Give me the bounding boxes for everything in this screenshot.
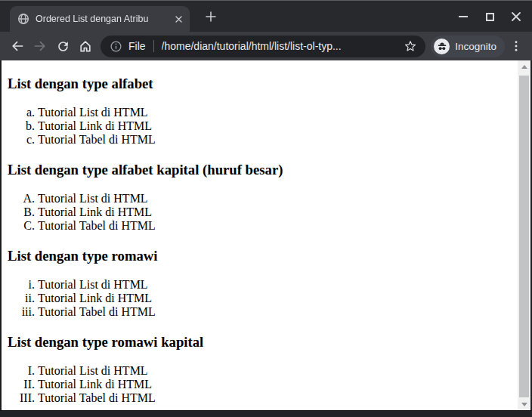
content-area: List dengan type alfabet Tutorial List d… xyxy=(0,60,532,410)
url-scheme-label: File xyxy=(128,40,146,52)
globe-icon xyxy=(17,13,29,25)
forward-button[interactable] xyxy=(29,36,51,57)
list-item: Tutorial List di HTML xyxy=(38,364,512,378)
browser-tab[interactable]: Ordered List dengan Atribu xyxy=(10,6,190,32)
menu-button[interactable] xyxy=(506,36,526,57)
list-item: Tutorial List di HTML xyxy=(38,192,512,205)
incognito-label: Incognito xyxy=(455,41,496,52)
home-icon xyxy=(78,39,93,54)
window-bottom-frame xyxy=(0,410,532,417)
back-button[interactable] xyxy=(6,36,29,57)
web-page: List dengan type alfabet Tutorial List d… xyxy=(2,60,518,410)
list-item: Tutorial Tabel di HTML xyxy=(38,305,512,319)
home-button[interactable] xyxy=(74,36,97,57)
ordered-list-upper-alpha: Tutorial List di HTML Tutorial Link di H… xyxy=(8,192,512,233)
list-item: Tutorial Tabel di HTML xyxy=(38,219,512,233)
scroll-down-button[interactable] xyxy=(518,398,530,410)
ordered-list-upper-roman: Tutorial List di HTML Tutorial Link di H… xyxy=(8,364,512,405)
list-item: Tutorial Link di HTML xyxy=(38,119,512,133)
bookmark-star-icon[interactable] xyxy=(402,38,419,54)
maximize-icon xyxy=(486,13,494,21)
three-dots-vertical-icon xyxy=(509,39,523,53)
scrollbar[interactable] xyxy=(518,60,530,410)
section-heading: List dengan type romawi kapital xyxy=(8,334,512,351)
forward-arrow-icon xyxy=(32,39,48,54)
incognito-icon xyxy=(434,39,450,54)
list-item: Tutorial List di HTML xyxy=(38,106,512,119)
scrollbar-thumb[interactable] xyxy=(519,76,529,397)
tab-close-icon[interactable] xyxy=(172,12,185,26)
ordered-list-lower-roman: Tutorial List di HTML Tutorial Link di H… xyxy=(8,278,512,319)
plus-icon xyxy=(206,11,216,22)
browser-window: Ordered List dengan Atribu xyxy=(0,0,532,417)
list-item: Tutorial Tabel di HTML xyxy=(38,391,512,405)
window-controls xyxy=(455,2,524,32)
section-heading: List dengan type alfabet xyxy=(8,76,512,92)
maximize-button[interactable] xyxy=(481,8,498,25)
minimize-icon xyxy=(459,16,468,17)
browser-toolbar: File /home/dian/tutorial/html/list/list-… xyxy=(0,32,532,60)
section-heading: List dengan type romawi xyxy=(8,248,512,264)
list-item: Tutorial Link di HTML xyxy=(38,378,512,391)
ordered-list-lower-alpha: Tutorial List di HTML Tutorial Link di H… xyxy=(8,106,512,147)
close-button[interactable] xyxy=(508,8,524,25)
list-item: Tutorial Link di HTML xyxy=(38,205,512,219)
info-circle-icon[interactable] xyxy=(110,40,122,53)
tab-strip: Ordered List dengan Atribu xyxy=(0,0,532,32)
scroll-down-arrow-icon xyxy=(521,403,527,406)
scroll-up-button[interactable] xyxy=(518,60,530,73)
reload-icon xyxy=(56,39,70,54)
tab-title: Ordered List dengan Atribu xyxy=(36,14,172,24)
close-icon xyxy=(512,12,521,21)
incognito-badge: Incognito xyxy=(431,36,505,57)
list-item: Tutorial Link di HTML xyxy=(38,292,512,305)
back-arrow-icon xyxy=(10,39,25,54)
new-tab-button[interactable] xyxy=(200,6,221,27)
minimize-button[interactable] xyxy=(455,8,472,25)
url-separator xyxy=(153,40,154,52)
section-heading: List dengan type alfabet kapital (huruf … xyxy=(8,162,512,178)
reload-button[interactable] xyxy=(51,36,74,57)
scroll-up-arrow-icon xyxy=(521,65,527,69)
url-text: /home/dian/tutorial/html/list/list-ol-ty… xyxy=(162,40,403,52)
address-bar[interactable]: File /home/dian/tutorial/html/list/list-… xyxy=(101,36,425,57)
list-item: Tutorial List di HTML xyxy=(38,278,512,292)
list-item: Tutorial Tabel di HTML xyxy=(38,133,512,147)
